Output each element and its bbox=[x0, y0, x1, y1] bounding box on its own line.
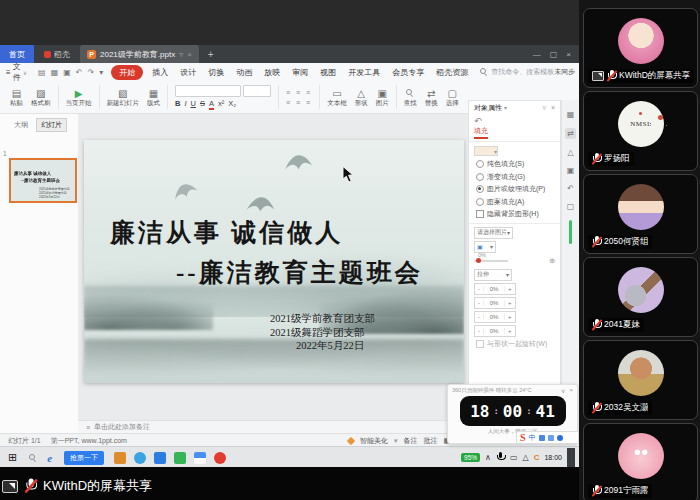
tray-display-icon[interactable]: ▭ bbox=[510, 453, 518, 462]
offset-left-stepper[interactable]: -0%+ bbox=[474, 283, 516, 295]
notes-bar[interactable]: ≡ 单击此处添加备注 bbox=[78, 420, 468, 433]
notes-toggle-button[interactable]: 备注 bbox=[404, 436, 418, 446]
ribbon-tab-animation[interactable]: 动画 bbox=[230, 67, 258, 78]
ribbon-tab-review[interactable]: 审阅 bbox=[286, 67, 314, 78]
transparency-slider[interactable]: 0% bbox=[474, 260, 508, 262]
close-panel-icon[interactable]: × bbox=[551, 104, 555, 112]
play-from-current-button[interactable]: ▶ 当页开始 bbox=[66, 88, 92, 107]
minimize-button[interactable]: — bbox=[533, 50, 541, 59]
taskbar-app-icon-browser[interactable] bbox=[154, 452, 166, 464]
tab-document[interactable]: P 2021级学前教育.pptx ▿ × bbox=[80, 45, 199, 63]
tray-network-icon[interactable]: △ bbox=[523, 453, 529, 462]
props-panel-icon[interactable]: ▦ bbox=[567, 110, 575, 119]
paste-button[interactable]: ▤ 粘贴 bbox=[10, 88, 23, 107]
file-menu-button[interactable]: ≡ 文件 ∨ bbox=[0, 61, 33, 83]
align-center-icon[interactable]: ≡ bbox=[296, 99, 302, 106]
superscript-button[interactable]: x² bbox=[218, 99, 224, 110]
offset-down-stepper[interactable]: -0%+ bbox=[474, 325, 516, 337]
panel-scrollbar[interactable] bbox=[569, 220, 572, 244]
bullet-list-icon[interactable]: ≡ bbox=[286, 89, 292, 96]
animation-pane-icon[interactable]: △ bbox=[567, 148, 573, 157]
fill-option-pattern[interactable]: 图案填充(A) bbox=[469, 196, 560, 209]
picture-button[interactable]: ▣ 图片 bbox=[376, 88, 389, 107]
picture-fill-dropdown[interactable]: 请选择图片▾ bbox=[474, 227, 513, 239]
beautify-button[interactable]: 智能美化 bbox=[360, 436, 388, 446]
slider-handle[interactable] bbox=[476, 258, 481, 263]
participant-tile[interactable]: 2041夏妹 bbox=[583, 257, 698, 337]
browser-e-icon[interactable]: e bbox=[41, 452, 58, 464]
subscript-button[interactable]: X₂ bbox=[228, 99, 236, 110]
format-painter-button[interactable]: ▨ 格式刷 bbox=[31, 88, 51, 107]
redo-icon[interactable]: ↷ bbox=[87, 68, 94, 77]
sync-status-button[interactable]: 未同步 bbox=[554, 67, 575, 77]
pin-tab-icon[interactable]: ▿ bbox=[179, 50, 183, 59]
outline-tab[interactable]: 大纲 bbox=[10, 118, 32, 132]
pin-panel-icon[interactable]: ▿ bbox=[542, 104, 546, 112]
close-window-button[interactable]: × bbox=[566, 50, 571, 59]
font-name-input[interactable] bbox=[175, 85, 241, 97]
close-tab-icon[interactable]: × bbox=[187, 50, 192, 59]
participant-tile[interactable]: 2050何贤组 bbox=[583, 174, 698, 254]
hide-background-checkbox[interactable]: 隐藏背景图形(H) bbox=[469, 208, 560, 221]
ribbon-tab-devtools[interactable]: 开发工具 bbox=[342, 67, 386, 78]
select-button[interactable]: ▢ 选择 bbox=[446, 88, 459, 107]
history-pane-icon[interactable]: ↶ bbox=[567, 184, 574, 193]
font-color-button[interactable]: A bbox=[209, 99, 214, 110]
offset-right-stepper[interactable]: -0%+ bbox=[474, 297, 516, 309]
ribbon-tab-docer-res[interactable]: 稻壳资源 bbox=[430, 67, 474, 78]
ribbon-tab-slideshow[interactable]: 放映 bbox=[258, 67, 286, 78]
print-icon[interactable]: ▣ bbox=[63, 68, 71, 77]
find-button[interactable]: 查找 bbox=[404, 88, 417, 107]
font-size-input[interactable] bbox=[243, 85, 271, 97]
tray-c-icon[interactable]: C bbox=[534, 453, 540, 462]
ime-mic-icon[interactable] bbox=[539, 435, 545, 441]
line-spacing-icon[interactable]: ≡ bbox=[306, 99, 312, 106]
slides-tab[interactable]: 幻灯片 bbox=[36, 118, 67, 132]
ime-toolbox-icon[interactable] bbox=[557, 435, 563, 441]
notification-center-button[interactable] bbox=[567, 448, 575, 467]
fill-option-picture[interactable]: 图片或纹理填充(P) bbox=[469, 183, 560, 196]
new-slide-button[interactable]: ▧ 新建幻灯片 bbox=[107, 88, 140, 107]
taskbar-search-icon[interactable] bbox=[29, 454, 37, 462]
ribbon-tab-view[interactable]: 视图 bbox=[314, 67, 342, 78]
shape-button[interactable]: △ 形状 bbox=[355, 88, 368, 107]
taskbar-app-icon-pcmgr[interactable] bbox=[194, 452, 206, 464]
taskbar-app-icon-360[interactable] bbox=[214, 452, 226, 464]
placement-dropdown[interactable]: 拉伸▾ bbox=[474, 269, 512, 281]
indent-icon[interactable]: ≡ bbox=[306, 89, 312, 96]
slide-subtitle[interactable]: --廉洁教育主题班会 bbox=[176, 256, 423, 289]
ime-keyboard-icon[interactable] bbox=[548, 435, 554, 441]
ribbon-tab-home[interactable]: 开始 bbox=[111, 65, 143, 80]
slide-title[interactable]: 廉洁从事 诚信做人 bbox=[110, 216, 343, 249]
fill-option-solid[interactable]: 纯色填充(S) bbox=[469, 158, 560, 171]
ribbon-tab-transition[interactable]: 切换 bbox=[202, 67, 230, 78]
taskbar-app-icon-blue[interactable] bbox=[134, 452, 146, 464]
comments-toggle-button[interactable]: 批注 bbox=[424, 436, 438, 446]
layout-button[interactable]: ▦ 版式 bbox=[147, 88, 160, 107]
transparency-stepper-icon[interactable]: ⊕ bbox=[549, 257, 555, 265]
italic-button[interactable]: I bbox=[184, 99, 186, 110]
input-mode-toggle[interactable]: 中 bbox=[529, 433, 536, 443]
participant-tile[interactable]: KWithD的屏幕共享 bbox=[583, 8, 698, 88]
sogou-logo-icon[interactable]: S bbox=[520, 432, 526, 443]
textbox-button[interactable]: ▭ 文本框 bbox=[327, 88, 347, 107]
start-button[interactable]: ⊞ bbox=[0, 451, 25, 464]
slide-thumbnail[interactable]: 廉洁从事 诚信做人 --廉洁教育主题班会 2021级学前教育团支部 2021级舞… bbox=[9, 158, 77, 203]
offset-up-stepper[interactable]: -0%+ bbox=[474, 311, 516, 323]
slide[interactable]: 廉洁从事 诚信做人 --廉洁教育主题班会 2021级学前教育团支部 2021级舞… bbox=[84, 140, 464, 383]
ribbon-tab-member[interactable]: 会员专享 bbox=[386, 67, 430, 78]
underline-button[interactable]: U bbox=[191, 99, 196, 110]
accelerator-badge[interactable]: 95% bbox=[461, 453, 480, 462]
resource-pane-icon[interactable]: ▣ bbox=[567, 166, 575, 175]
tray-mic-icon[interactable] bbox=[496, 452, 505, 464]
ticket-grab-button[interactable]: 抢票一下 bbox=[64, 451, 104, 465]
output-icon[interactable]: ▦ bbox=[51, 68, 59, 77]
fill-tab[interactable]: ↶ 填充 bbox=[469, 114, 560, 139]
new-tab-button[interactable]: + bbox=[199, 49, 223, 60]
strikethrough-button[interactable]: S bbox=[200, 99, 205, 110]
fill-option-gradient[interactable]: 渐变填充(G) bbox=[469, 171, 560, 184]
save-icon[interactable]: ▤ bbox=[38, 68, 46, 77]
undo-icon[interactable]: ↶ bbox=[76, 68, 83, 77]
close-widget-icon[interactable]: × bbox=[569, 387, 573, 394]
slide-footer-text[interactable]: 2021级学前教育团支部 2021级舞蹈学团支部 2022年5月22日 bbox=[270, 312, 375, 353]
